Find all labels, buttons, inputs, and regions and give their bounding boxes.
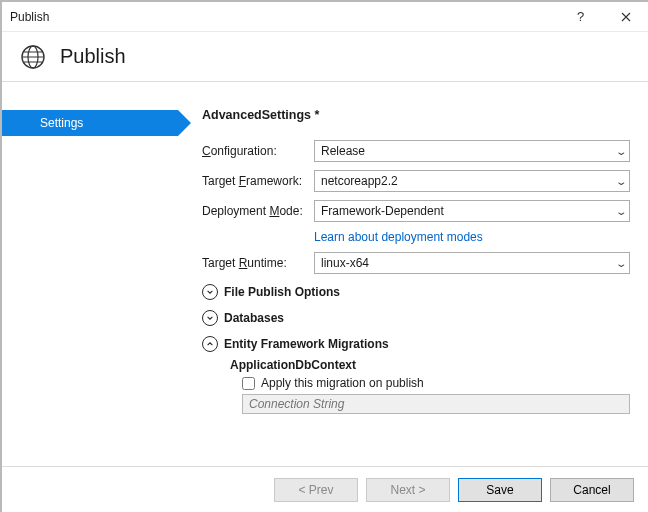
- header: Publish: [2, 32, 648, 82]
- ef-migrations-expander[interactable]: Entity Framework Migrations: [202, 336, 630, 352]
- apply-migration-label: Apply this migration on publish: [261, 376, 424, 390]
- sidebar-item-label: Settings: [40, 116, 83, 130]
- chevron-down-icon: [202, 310, 218, 326]
- databases-expander[interactable]: Databases: [202, 310, 630, 326]
- chevron-down-icon: [202, 284, 218, 300]
- close-icon: [621, 12, 631, 22]
- save-button[interactable]: Save: [458, 478, 542, 502]
- target-runtime-label: Target Runtime:: [202, 256, 314, 270]
- globe-icon: [20, 44, 46, 70]
- section-title: AdvancedSettings *: [202, 108, 630, 122]
- chevron-up-icon: [202, 336, 218, 352]
- main-panel: AdvancedSettings * Configuration: Releas…: [178, 82, 648, 466]
- chevron-down-icon: ⌄: [615, 206, 627, 217]
- deployment-mode-dropdown[interactable]: Framework-Dependent ⌄: [314, 200, 630, 222]
- apply-migration-checkbox[interactable]: [242, 377, 255, 390]
- chevron-down-icon: ⌄: [615, 176, 627, 187]
- target-framework-dropdown[interactable]: netcoreapp2.2 ⌄: [314, 170, 630, 192]
- sidebar: Settings: [2, 82, 178, 466]
- configuration-label: Configuration:: [202, 144, 314, 158]
- window-title: Publish: [10, 10, 49, 24]
- chevron-down-icon: ⌄: [615, 146, 627, 157]
- deployment-mode-label: Deployment Mode:: [202, 204, 314, 218]
- expander-label: Databases: [224, 311, 284, 325]
- file-publish-options-expander[interactable]: File Publish Options: [202, 284, 630, 300]
- configuration-value: Release: [321, 144, 365, 158]
- expander-label: Entity Framework Migrations: [224, 337, 389, 351]
- page-title: Publish: [60, 45, 126, 68]
- chevron-down-icon: ⌄: [615, 258, 627, 269]
- close-button[interactable]: [603, 2, 648, 32]
- deployment-mode-value: Framework-Dependent: [321, 204, 444, 218]
- target-framework-value: netcoreapp2.2: [321, 174, 398, 188]
- sidebar-item-settings[interactable]: Settings: [2, 110, 178, 136]
- configuration-dropdown[interactable]: Release ⌄: [314, 140, 630, 162]
- apply-migration-row[interactable]: Apply this migration on publish: [242, 376, 630, 390]
- footer: < Prev Next > Save Cancel: [2, 466, 648, 512]
- title-bar: Publish ?: [2, 2, 648, 32]
- cancel-button[interactable]: Cancel: [550, 478, 634, 502]
- help-button[interactable]: ?: [558, 2, 603, 32]
- deployment-mode-learn-link[interactable]: Learn about deployment modes: [202, 230, 630, 244]
- expander-label: File Publish Options: [224, 285, 340, 299]
- ef-context-name: ApplicationDbContext: [230, 358, 630, 372]
- target-runtime-dropdown[interactable]: linux-x64 ⌄: [314, 252, 630, 274]
- target-framework-label: Target Framework:: [202, 174, 314, 188]
- next-button[interactable]: Next >: [366, 478, 450, 502]
- prev-button[interactable]: < Prev: [274, 478, 358, 502]
- connection-string-input[interactable]: [242, 394, 630, 414]
- target-runtime-value: linux-x64: [321, 256, 369, 270]
